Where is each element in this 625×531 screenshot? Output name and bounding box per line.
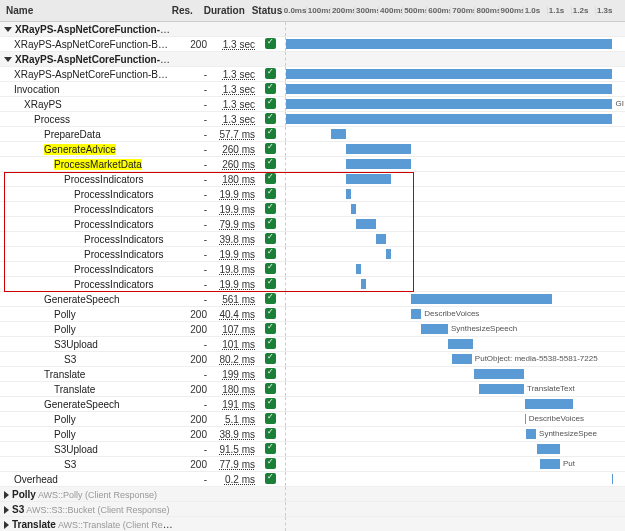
timeline-bar[interactable] xyxy=(474,369,524,379)
segment-row[interactable]: ProcessIndicators-19.9 ms xyxy=(0,277,625,292)
timeline-bar[interactable] xyxy=(286,84,612,94)
duration-value[interactable]: 19.8 ms xyxy=(207,264,255,275)
duration-value[interactable]: 107 ms xyxy=(207,324,255,335)
segment-row[interactable]: Translate-199 ms xyxy=(0,367,625,382)
segment-row[interactable]: Overhead-0.2 ms xyxy=(0,472,625,487)
group-row[interactable]: S3 AWS::S3::Bucket (Client Response) xyxy=(0,502,625,517)
timeline-bar[interactable] xyxy=(525,414,526,424)
duration-value[interactable]: 1.3 sec xyxy=(207,99,255,110)
duration-value[interactable]: 180 ms xyxy=(207,174,255,185)
duration-value[interactable]: 19.9 ms xyxy=(207,204,255,215)
segment-row[interactable]: Polly20040.4 msDescribeVoices xyxy=(0,307,625,322)
timeline-bar[interactable] xyxy=(286,69,612,79)
timeline-bar[interactable] xyxy=(540,459,560,469)
segment-row[interactable]: ProcessIndicators-79.9 ms xyxy=(0,217,625,232)
duration-value[interactable]: 91.5 ms xyxy=(207,444,255,455)
caret-down-icon[interactable] xyxy=(4,27,12,32)
duration-value[interactable]: 199 ms xyxy=(207,369,255,380)
col-res[interactable]: Res. xyxy=(166,2,198,19)
duration-value[interactable]: 561 ms xyxy=(207,294,255,305)
duration-value[interactable]: 1.3 sec xyxy=(207,114,255,125)
timeline-bar[interactable] xyxy=(526,429,536,439)
timeline-bar[interactable] xyxy=(346,174,391,184)
duration-value[interactable]: 1.3 sec xyxy=(207,69,255,80)
col-duration[interactable]: Duration xyxy=(198,2,246,19)
duration-value[interactable]: 79.9 ms xyxy=(207,219,255,230)
segment-row[interactable]: Polly2005.1 msDescribeVoices xyxy=(0,412,625,427)
duration-value[interactable]: 40.4 ms xyxy=(207,309,255,320)
timeline-bar[interactable] xyxy=(421,324,448,334)
caret-right-icon[interactable] xyxy=(4,506,9,514)
segment-row[interactable]: Polly20038.9 msSynthesizeSpee xyxy=(0,427,625,442)
segment-row[interactable]: GenerateSpeech-191 ms xyxy=(0,397,625,412)
segment-row[interactable]: PrepareData-57.7 ms xyxy=(0,127,625,142)
timeline-bar[interactable] xyxy=(346,144,411,154)
segment-row[interactable]: XRayPS-1.3 secGI xyxy=(0,97,625,112)
duration-value[interactable]: 5.1 ms xyxy=(207,414,255,425)
segment-row[interactable]: ProcessIndicators-180 ms xyxy=(0,172,625,187)
segment-row[interactable]: Polly200107 msSynthesizeSpeech xyxy=(0,322,625,337)
duration-value[interactable]: 39.8 ms xyxy=(207,234,255,245)
duration-value[interactable]: 180 ms xyxy=(207,384,255,395)
timeline-bar[interactable] xyxy=(361,279,366,289)
timeline-bar[interactable] xyxy=(356,264,361,274)
segment-row[interactable]: ProcessIndicators-39.8 ms xyxy=(0,232,625,247)
segment-row[interactable]: GenerateAdvice-260 ms xyxy=(0,142,625,157)
timeline-bar[interactable] xyxy=(479,384,524,394)
duration-value[interactable]: 101 ms xyxy=(207,339,255,350)
timeline-bar[interactable] xyxy=(356,219,376,229)
timeline-bar[interactable] xyxy=(351,204,356,214)
col-status[interactable]: Status xyxy=(246,2,276,19)
duration-value[interactable]: 260 ms xyxy=(207,159,255,170)
duration-value[interactable]: 57.7 ms xyxy=(207,129,255,140)
duration-value[interactable]: 0.2 ms xyxy=(207,474,255,485)
group-row[interactable]: Translate AWS::Translate (Client Respons… xyxy=(0,517,625,531)
timeline-bar[interactable] xyxy=(286,39,612,49)
timeline-bar[interactable] xyxy=(411,309,421,319)
timeline-bar[interactable] xyxy=(331,129,345,139)
duration-value[interactable]: 260 ms xyxy=(207,144,255,155)
col-name[interactable]: Name xyxy=(0,2,166,19)
timeline-bar[interactable] xyxy=(286,114,612,124)
duration-value[interactable]: 80.2 ms xyxy=(207,354,255,365)
segment-row[interactable]: ProcessMarketData-260 ms xyxy=(0,157,625,172)
timeline-bar[interactable] xyxy=(386,249,391,259)
segment-row[interactable]: ProcessIndicators-19.8 ms xyxy=(0,262,625,277)
segment-row[interactable]: ProcessIndicators-19.9 ms xyxy=(0,187,625,202)
timeline-bar[interactable] xyxy=(346,159,411,169)
duration-value[interactable]: 191 ms xyxy=(207,399,255,410)
timeline-bar[interactable] xyxy=(452,354,472,364)
segment-row[interactable]: XRayPS-AspNetCoreFunction-BMTSEPVPFIZ020… xyxy=(0,37,625,52)
duration-value[interactable]: 19.9 ms xyxy=(207,189,255,200)
duration-value[interactable]: 1.3 sec xyxy=(207,39,255,50)
segment-row[interactable]: GenerateSpeech-561 ms xyxy=(0,292,625,307)
duration-value[interactable]: 77.9 ms xyxy=(207,459,255,470)
timeline-bar[interactable] xyxy=(376,234,386,244)
timeline-bar[interactable] xyxy=(537,444,560,454)
segment-row[interactable]: ProcessIndicators-19.9 ms xyxy=(0,247,625,262)
segment-row[interactable]: Process-1.3 sec xyxy=(0,112,625,127)
segment-row[interactable]: S320080.2 msPutObject: media-5538-5581-7… xyxy=(0,352,625,367)
timeline-bar[interactable] xyxy=(411,294,552,304)
segment-row[interactable]: Invocation-1.3 sec xyxy=(0,82,625,97)
segment-row[interactable]: S320077.9 msPut xyxy=(0,457,625,472)
segment-row[interactable]: S3Upload-91.5 ms xyxy=(0,442,625,457)
timeline-bar[interactable] xyxy=(346,189,351,199)
duration-value[interactable]: 19.9 ms xyxy=(207,279,255,290)
caret-right-icon[interactable] xyxy=(4,521,9,529)
segment-row[interactable]: Translate200180 msTranslateText xyxy=(0,382,625,397)
group-row[interactable]: XRayPS-AspNetCoreFunction-BMTSEPVPFIZ0 A… xyxy=(0,22,625,37)
timeline-bar[interactable] xyxy=(612,474,613,484)
timeline-bar[interactable] xyxy=(448,339,473,349)
timeline-bar[interactable] xyxy=(286,99,612,109)
segment-row[interactable]: ProcessIndicators-19.9 ms xyxy=(0,202,625,217)
duration-value[interactable]: 1.3 sec xyxy=(207,84,255,95)
group-row[interactable]: XRayPS-AspNetCoreFunction-BMTSEPVPFIZ0 A… xyxy=(0,52,625,67)
duration-value[interactable]: 19.9 ms xyxy=(207,249,255,260)
segment-row[interactable]: S3Upload-101 ms xyxy=(0,337,625,352)
group-row[interactable]: Polly AWS::Polly (Client Response) xyxy=(0,487,625,502)
caret-right-icon[interactable] xyxy=(4,491,9,499)
segment-row[interactable]: XRayPS-AspNetCoreFunction-BMTSEPVPFIZ0-1… xyxy=(0,67,625,82)
caret-down-icon[interactable] xyxy=(4,57,12,62)
duration-value[interactable]: 38.9 ms xyxy=(207,429,255,440)
